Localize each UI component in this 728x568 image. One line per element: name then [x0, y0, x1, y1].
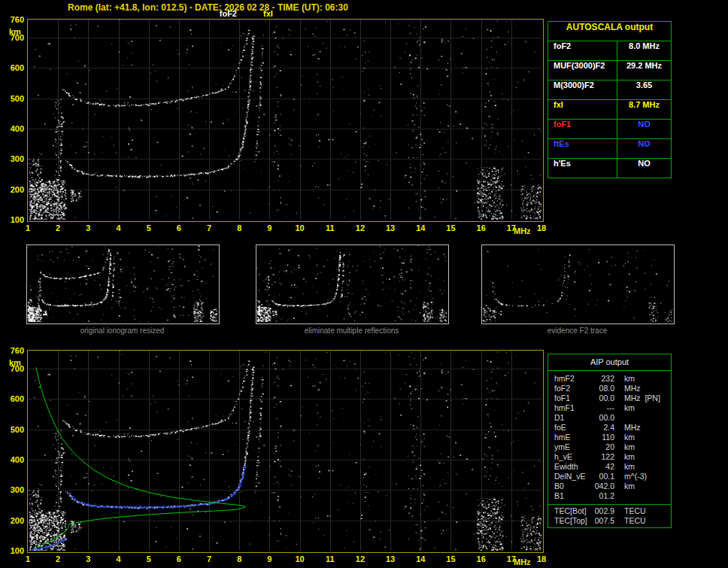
x-axis-tick-label: 1 — [26, 223, 30, 232]
aip-param-unit: MHz [PN] — [614, 393, 660, 403]
thumb-original-ionogram — [26, 245, 220, 324]
x-axis-tick-label: 15 — [446, 554, 455, 563]
x-axis-tick-label: 13 — [386, 223, 395, 232]
aip-output-table: AIP output hmF2 232 km foF2 08.0 MHz foF… — [548, 354, 672, 528]
y-axis-tick-label: 500 — [2, 425, 24, 434]
thumb-no-multiples-caption: eliminate multiple reflections — [256, 327, 447, 335]
thumb-f2-evidence — [481, 245, 675, 324]
x-axis-tick-label: 4 — [116, 223, 120, 232]
aip-row: D1 00.0 — [548, 413, 671, 423]
aip-row: B1 01.2 — [548, 491, 671, 501]
autoscala-param-label: foF2 — [548, 41, 617, 60]
x-axis-tick-label: 5 — [147, 223, 151, 232]
aip-param-label: D1 — [554, 413, 590, 423]
aip-row: ymE 20 km — [548, 442, 671, 452]
autoscala-param-value: NO — [617, 120, 671, 138]
autoscala-param-label: M(3000)F2 — [548, 80, 617, 99]
restored-ionogram-canvas — [28, 351, 541, 551]
autoscala-param-label: MUF(3000)F2 — [548, 61, 617, 80]
x-axis-tick-label: 9 — [267, 554, 271, 563]
aip-param-label: foF2 — [554, 384, 590, 393]
y-axis-unit-label: km — [9, 358, 21, 367]
x-axis-tick-label: 16 — [477, 223, 486, 232]
x-axis-tick-label: 8 — [237, 223, 241, 232]
aip-param-label: B1 — [554, 491, 590, 501]
autoscala-param-value: 8.0 MHz — [617, 41, 671, 60]
aip-param-value: 42 — [590, 462, 614, 472]
autoscala-param-value: NO — [617, 159, 671, 178]
y-axis-unit-label: km — [9, 27, 21, 36]
x-axis-tick-label: 18 — [537, 554, 546, 563]
x-axis-tick-label: 9 — [267, 223, 271, 232]
aip-tec-row: TEC[Bot] 002.9 TECU — [548, 506, 671, 516]
x-axis-tick-label: 7 — [207, 554, 211, 563]
aip-param-unit: km — [614, 433, 635, 442]
autoscala-row: fxI 8.7 MHz — [548, 99, 671, 119]
x-axis-tick-label: 10 — [295, 223, 304, 232]
x-axis-tick-label: 3 — [86, 223, 90, 232]
y-axis-tick-label: 600 — [2, 63, 24, 72]
y-axis-tick-label: 300 — [2, 154, 24, 163]
x-axis-tick-label: 5 — [147, 554, 151, 563]
aip-param-label: hmF2 — [554, 374, 590, 384]
aip-param-value: 20 — [590, 442, 614, 452]
autoscala-row: foF1 NO — [548, 119, 671, 138]
aip-param-value: 122 — [590, 452, 614, 462]
aip-param-label: foF1 — [554, 393, 590, 403]
aip-param-value: 00.1 — [590, 472, 614, 481]
aip-param-value: 007.5 — [590, 516, 614, 526]
autoscala-param-label: foF1 — [548, 120, 617, 138]
y-axis-tick-label: 500 — [2, 94, 24, 103]
aip-header: AIP output — [548, 354, 671, 371]
x-axis-tick-label: 2 — [56, 223, 60, 232]
aip-param-value: 08.0 — [590, 384, 614, 393]
aip-param-label: DelN_vE — [554, 472, 590, 481]
x-axis-unit-label: MHz — [514, 226, 531, 235]
x-axis-tick-label: 12 — [356, 223, 365, 232]
aip-row: hmF1 --- km — [548, 403, 671, 413]
aip-param-unit: TECU — [614, 506, 646, 516]
main-ionogram-canvas — [28, 20, 541, 220]
y-axis-tick-label: 200 — [2, 185, 24, 194]
main-ionogram-plot — [27, 19, 544, 222]
autoscala-rows: foF2 8.0 MHz MUF(3000)F2 29.2 MHz M(3000… — [548, 41, 671, 178]
y-axis-tick-label: 100 — [2, 546, 24, 555]
aip-tec-row: TEC[Top] 007.5 TECU — [548, 516, 671, 526]
x-axis-tick-label: 14 — [416, 223, 425, 232]
autoscala-param-label: ftEs — [548, 139, 617, 158]
aip-param-unit: m^(-3) — [614, 472, 647, 481]
aip-row: DelN_vE 00.1 m^(-3) — [548, 472, 671, 481]
autoscala-param-value: 29.2 MHz — [617, 61, 671, 80]
aip-param-value: 2.4 — [590, 423, 614, 433]
x-axis-unit-label: MHz — [514, 557, 531, 566]
aip-param-label: hmE — [554, 433, 590, 442]
aip-row: B0 042.0 km — [548, 481, 671, 491]
x-axis-tick-label: 16 — [477, 554, 486, 563]
aip-param-value: --- — [590, 403, 614, 413]
thumb-no-multiples-canvas — [256, 245, 447, 322]
aip-param-value: 002.9 — [590, 506, 614, 516]
thumb-f2-evidence-caption: evidence F2 trace — [481, 327, 673, 335]
x-axis-tick-label: 18 — [537, 223, 546, 232]
y-axis-tick-label: 200 — [2, 516, 24, 525]
y-axis-tick-label: 100 — [2, 215, 24, 224]
aip-rows: hmF2 232 km foF2 08.0 MHz foF1 00.0 MHz … — [548, 371, 671, 501]
thumb-f2-evidence-canvas — [482, 245, 672, 322]
x-axis-tick-label: 14 — [416, 554, 425, 563]
fxi-marker-label: fxI — [263, 9, 286, 18]
aip-param-value: 00.0 — [590, 393, 614, 403]
x-axis-tick-label: 13 — [386, 554, 395, 563]
x-axis-tick-label: 7 — [207, 223, 211, 232]
aip-param-unit: km — [614, 462, 635, 472]
thumb-original-caption: original ionogram resized — [26, 327, 218, 335]
aip-param-value: 042.0 — [590, 481, 614, 491]
x-axis-tick-label: 8 — [237, 554, 241, 563]
autoscala-row: M(3000)F2 3.65 — [548, 80, 671, 99]
aip-param-label: foE — [554, 423, 590, 433]
aip-row: Ewidth 42 km — [548, 462, 671, 472]
aip-param-label: h_vE — [554, 452, 590, 462]
aip-param-value: 110 — [590, 433, 614, 442]
x-axis-tick-label: 4 — [116, 554, 120, 563]
y-axis-tick-label: 760 — [2, 346, 24, 355]
autoscala-row: h'Es NO — [548, 158, 671, 178]
